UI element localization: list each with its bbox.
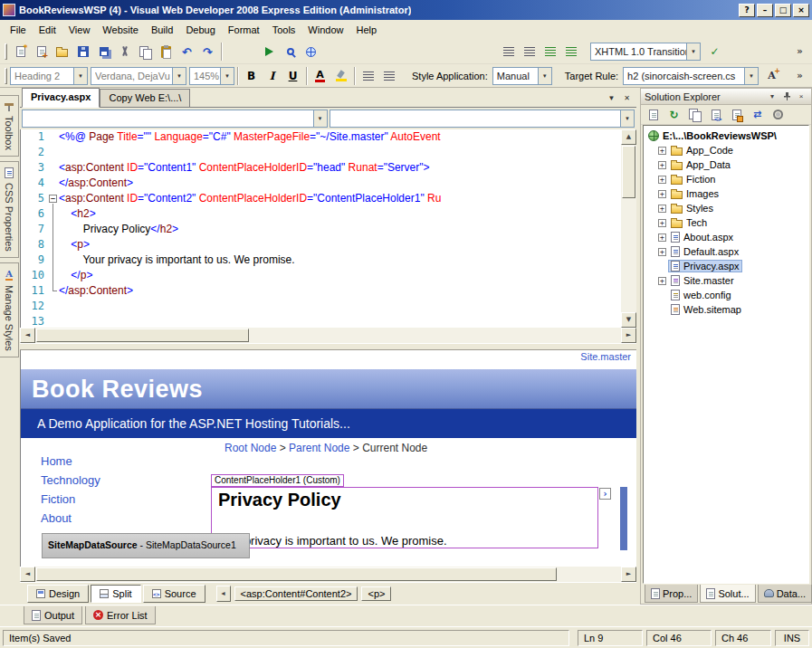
redo-icon[interactable]: ↷ — [197, 42, 218, 62]
tree-item-root[interactable]: E:\...\BookReviewsWSP\ — [644, 129, 808, 143]
dropdown-arrow-icon[interactable]: ▼ — [620, 110, 634, 127]
menu-edit[interactable]: Edit — [33, 22, 62, 38]
bullet-list-icon[interactable] — [378, 66, 399, 86]
code-line[interactable]: 10 </p> — [21, 268, 621, 283]
tree-item-default-aspx[interactable]: +Default.aspx — [644, 244, 808, 259]
object-dropdown[interactable]: ▼ — [22, 110, 328, 128]
bottom-tab-output[interactable]: Output — [24, 606, 82, 624]
breadcrumb-parent-node[interactable]: Parent Node — [289, 442, 349, 454]
tab-list-dropdown-icon[interactable]: ▼ — [605, 91, 618, 104]
tag-navigator-back-button[interactable]: ◄ — [216, 586, 231, 602]
expand-toggle-icon[interactable]: + — [658, 233, 666, 242]
tree-item-images[interactable]: +Images — [644, 186, 808, 201]
tree-item-styles[interactable]: +Styles — [644, 201, 808, 215]
start-debugging-icon[interactable] — [259, 42, 280, 62]
fold-margin[interactable]: − — [48, 191, 59, 206]
validate-document-icon[interactable]: ✓ — [704, 42, 725, 62]
code-line[interactable]: 3<asp:Content ID="Content1" ContentPlace… — [21, 160, 621, 176]
code-line[interactable]: 5−<asp:Content ID="Content2" ContentPlac… — [21, 191, 621, 206]
dropdown-arrow-icon[interactable]: ▼ — [73, 68, 87, 84]
nav-link-home[interactable]: Home — [41, 454, 100, 473]
window-menu-icon[interactable]: ▾ — [766, 91, 779, 102]
scroll-left-button[interactable]: ◄ — [20, 567, 35, 582]
side-tab-toolbox[interactable]: Toolbox — [0, 95, 19, 157]
close-button[interactable]: × — [793, 4, 809, 17]
bottom-tab-error-list[interactable]: Error List — [85, 606, 156, 624]
dropdown-arrow-icon[interactable]: ▼ — [313, 110, 327, 127]
uncomment-icon[interactable] — [560, 42, 581, 62]
scroll-left-button[interactable]: ◄ — [20, 328, 35, 343]
decrease-indent-icon[interactable] — [498, 42, 519, 62]
close-document-icon[interactable]: ✕ — [620, 91, 634, 104]
scrollbar-thumb[interactable] — [622, 146, 635, 198]
toolbar-grip[interactable] — [5, 68, 7, 84]
add-new-item-icon[interactable] — [31, 42, 52, 62]
dropdown-arrow-icon[interactable]: ▼ — [686, 43, 700, 60]
italic-icon[interactable]: I — [262, 66, 282, 86]
expand-toggle-icon[interactable]: + — [658, 248, 666, 256]
menu-website[interactable]: Website — [96, 22, 145, 38]
view-code-icon[interactable] — [705, 105, 726, 125]
comment-out-icon[interactable] — [540, 42, 560, 62]
editor-vertical-scrollbar[interactable]: ▲ ▼ — [621, 129, 636, 328]
tree-item-app-data[interactable]: +App_Data — [644, 157, 808, 172]
save-icon[interactable] — [72, 42, 93, 62]
aspnet-configuration-icon[interactable] — [768, 105, 788, 125]
code-line[interactable]: 8 <p> — [21, 237, 621, 253]
tree-item-web-sitemap[interactable]: Web.sitemap — [644, 302, 808, 317]
sitemap-datasource-control[interactable]: SiteMapDataSource - SiteMapDataSource1 — [42, 533, 250, 558]
panel-title-bar[interactable]: Solution Explorer ▾ × — [641, 89, 811, 105]
editor-horizontal-scrollbar[interactable]: ◄ ► — [20, 328, 636, 343]
design-horizontal-scrollbar[interactable]: ◄ ► — [20, 567, 636, 582]
close-panel-icon[interactable]: × — [795, 91, 807, 102]
document-tab-privacy-aspx[interactable]: Privacy.aspx — [22, 88, 100, 108]
bold-icon[interactable]: B — [241, 66, 262, 86]
menu-help[interactable]: Help — [349, 22, 383, 38]
page-paragraph[interactable]: Your privacy is important to us. We prom… — [217, 534, 447, 548]
help-button[interactable]: ? — [739, 4, 755, 17]
underline-icon[interactable]: U — [282, 66, 303, 86]
view-designer-icon[interactable] — [726, 105, 747, 125]
refresh-icon[interactable]: ↻ — [664, 105, 684, 125]
tree-item-site-master[interactable]: +Site.master — [644, 273, 808, 288]
code-line[interactable]: 1<%@ Page Title="" Language="C#" MasterP… — [21, 129, 621, 145]
menu-build[interactable]: Build — [145, 22, 179, 38]
event-dropdown[interactable]: ▼ — [330, 110, 635, 128]
design-surface[interactable]: Book Reviews A Demo Application for the … — [20, 365, 636, 567]
style-application-combo[interactable]: Manual ▼ — [492, 67, 552, 85]
expand-toggle-icon[interactable]: + — [658, 277, 666, 285]
smart-tag-arrow[interactable]: › — [599, 488, 611, 500]
align-left-icon[interactable] — [358, 66, 378, 86]
scrollbar-thumb[interactable] — [36, 329, 249, 342]
tree-item-web-config[interactable]: web.config — [644, 288, 808, 302]
scroll-right-button[interactable]: ► — [621, 328, 636, 343]
nav-link-fiction[interactable]: Fiction — [41, 492, 100, 511]
toolbar-options-icon[interactable]: » — [789, 42, 810, 62]
auto-hide-pin-icon[interactable] — [780, 91, 793, 102]
expand-toggle-icon[interactable]: + — [658, 205, 666, 213]
nest-related-files-icon[interactable] — [684, 105, 705, 125]
expand-toggle-icon[interactable]: + — [658, 147, 666, 155]
copy-web-site-icon[interactable]: ⇄ — [747, 105, 768, 125]
source-editor[interactable]: 1<%@ Page Title="" Language="C#" MasterP… — [20, 129, 636, 328]
expand-toggle-icon[interactable]: + — [658, 176, 666, 184]
toolbar-grip[interactable] — [5, 43, 7, 60]
new-style-icon[interactable]: A — [761, 66, 782, 86]
block-style-combo[interactable]: Heading 2 ▼ — [10, 67, 88, 85]
menu-window[interactable]: Window — [301, 22, 349, 38]
copy-icon[interactable] — [135, 42, 156, 62]
panel-tab-prop[interactable]: Prop... — [645, 585, 698, 603]
tag-navigator-item[interactable]: <p> — [361, 586, 391, 601]
scroll-down-button[interactable]: ▼ — [621, 312, 636, 328]
target-rule-combo[interactable]: h2 (sinorcaish-screen.cs ▼ — [623, 67, 759, 85]
highlight-icon[interactable] — [330, 66, 351, 86]
menu-file[interactable]: File — [4, 22, 33, 38]
tree-item-app-code[interactable]: +App_Code — [644, 143, 808, 157]
panel-tab-data[interactable]: Data... — [758, 585, 812, 603]
menu-debug[interactable]: Debug — [179, 22, 221, 38]
scroll-up-button[interactable]: ▲ — [621, 129, 636, 145]
minimize-button[interactable]: – — [757, 4, 773, 17]
split-view-divider[interactable] — [20, 343, 636, 350]
menu-view[interactable]: View — [62, 22, 97, 38]
find-icon[interactable] — [280, 42, 301, 62]
